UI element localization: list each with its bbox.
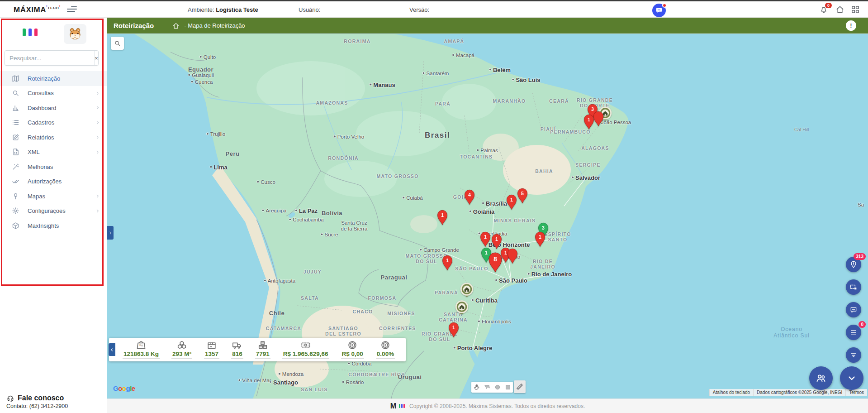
sidebar-item-label: Autorizações bbox=[28, 178, 100, 185]
chevron-right-icon bbox=[95, 149, 100, 155]
sidebar-item[interactable]: Autorizações bbox=[0, 174, 107, 189]
map-fab-column: 313 0 bbox=[846, 257, 861, 363]
svg-text:1: 1 bbox=[588, 117, 590, 122]
chevron-right-icon bbox=[95, 120, 100, 125]
sidebar-item[interactable]: Relatórios bbox=[0, 130, 107, 145]
stat-value: 121863.8 Kg bbox=[123, 350, 160, 359]
version-label: Versão: bbox=[409, 6, 429, 13]
sidebar-item[interactable]: XML bbox=[0, 145, 107, 160]
drawing-tool-button[interactable] bbox=[503, 382, 513, 393]
map-pin[interactable]: 1 bbox=[583, 114, 595, 130]
sidebar-item[interactable]: Consultas bbox=[0, 86, 107, 101]
sidebar-item-label: Dashboard bbox=[28, 105, 95, 111]
ruler-icon bbox=[516, 383, 524, 391]
sidebar-item-label: Roteirização bbox=[28, 75, 100, 82]
alert-button[interactable]: ! bbox=[846, 20, 856, 31]
hamster-icon bbox=[68, 27, 82, 41]
map-pin[interactable]: 1 bbox=[436, 209, 449, 226]
sidebar-item[interactable]: Roteirização bbox=[0, 71, 107, 86]
stat-value: 293 M³ bbox=[171, 350, 192, 359]
coin-icon bbox=[347, 340, 357, 350]
map-pin[interactable]: 1 bbox=[479, 231, 492, 247]
map-fab-button[interactable]: 0 bbox=[846, 325, 861, 340]
google-logo[interactable]: Google bbox=[113, 384, 135, 392]
stat-item: 0.00% bbox=[376, 340, 395, 359]
google-logo-letter: o bbox=[122, 384, 126, 392]
copyright-text: Copyright © 2008-2025. Máxima Sistemas. … bbox=[409, 403, 585, 409]
app-header: máxima'tech' Ambiente: Logística Teste U… bbox=[0, 1, 868, 18]
polygon-icon bbox=[484, 384, 491, 391]
sidebar-item[interactable]: MaxInsights bbox=[0, 218, 107, 233]
support-chat-button[interactable] bbox=[652, 4, 666, 17]
sidebar-item[interactable]: Melhorias bbox=[0, 159, 107, 174]
environment-label: Ambiente: bbox=[188, 6, 214, 13]
circle-icon bbox=[494, 384, 501, 391]
apps-grid-button[interactable] bbox=[850, 5, 860, 15]
breadcrumb-page: - Mapa de Roteirização bbox=[184, 22, 245, 29]
hamster-avatar[interactable] bbox=[64, 24, 86, 44]
map-pin[interactable]: 1 bbox=[506, 194, 518, 210]
breadcrumb-home-icon[interactable] bbox=[172, 22, 180, 29]
truck-icon bbox=[232, 340, 242, 350]
map-pin[interactable]: 8 bbox=[487, 251, 503, 273]
drawing-tool-button[interactable] bbox=[492, 382, 503, 393]
attribution-item[interactable]: Termos bbox=[845, 389, 867, 396]
sidebar-item[interactable]: Dashboard bbox=[0, 101, 107, 115]
attribution-item[interactable]: Dados cartográficos ©2025 Google, INEGI bbox=[753, 389, 845, 396]
stats-collapse-tab[interactable] bbox=[109, 343, 115, 356]
drivers-button[interactable] bbox=[809, 366, 833, 390]
map-search-button[interactable] bbox=[111, 37, 124, 50]
drawing-tool-button[interactable] bbox=[471, 382, 482, 393]
version-field: Versão: bbox=[409, 6, 429, 13]
cubes-icon bbox=[177, 340, 187, 350]
brand-sub: tech bbox=[47, 6, 59, 10]
map-fab-button[interactable] bbox=[846, 279, 861, 295]
svg-text:1: 1 bbox=[484, 234, 487, 240]
sidebar-item-label: Relatórios bbox=[28, 134, 95, 141]
map-attribution: Atalhos do tecladoDados cartográficos ©2… bbox=[709, 389, 867, 396]
breadcrumb-divider bbox=[164, 21, 164, 30]
svg-text:4: 4 bbox=[468, 192, 471, 197]
map-pin[interactable]: 1 bbox=[534, 231, 546, 247]
user-field: Usuário: bbox=[299, 6, 320, 13]
sidebar-item[interactable]: Configurações bbox=[0, 204, 107, 219]
brand-logo: máxima'tech' bbox=[14, 5, 61, 14]
sidebar-item-label: Cadastros bbox=[28, 119, 95, 126]
map-pin[interactable] bbox=[507, 248, 519, 264]
sidebar-item[interactable]: Cadastros bbox=[0, 115, 107, 130]
drawing-tool-button[interactable] bbox=[482, 382, 492, 393]
map-pin[interactable]: 5 bbox=[517, 187, 529, 204]
pin-icon bbox=[12, 192, 19, 200]
main-area: Roteirização - Mapa de Roteirização ! bbox=[107, 18, 868, 413]
sidebar-item[interactable]: Mapas bbox=[0, 189, 107, 204]
hand-icon bbox=[473, 384, 480, 391]
map-pin[interactable]: 1 bbox=[448, 322, 460, 338]
stat-value: 7791 bbox=[255, 350, 270, 359]
sidebar-menu: Roteirização Consultas Dashboard Cadastr… bbox=[0, 71, 107, 233]
svg-text:1: 1 bbox=[539, 234, 541, 240]
measure-tool-button[interactable] bbox=[514, 380, 526, 393]
collapse-panel-button[interactable] bbox=[840, 366, 863, 390]
attribution-item[interactable]: Atalhos do teclado bbox=[709, 389, 753, 396]
map-pin[interactable]: 1 bbox=[441, 255, 454, 271]
square-icon bbox=[504, 384, 512, 391]
svg-text:1: 1 bbox=[446, 258, 449, 263]
depot-marker[interactable] bbox=[454, 299, 470, 317]
map-fab-button[interactable] bbox=[846, 302, 861, 317]
pallet-icon bbox=[258, 340, 268, 350]
stat-item: 293 M³ bbox=[171, 340, 192, 359]
notifications-button[interactable]: 0 bbox=[819, 5, 829, 15]
home-button[interactable] bbox=[835, 5, 845, 15]
search-input[interactable] bbox=[5, 51, 94, 65]
map-fab-button[interactable] bbox=[846, 347, 861, 363]
map-pin[interactable]: 4 bbox=[464, 189, 476, 205]
map-fab-button[interactable]: 313 bbox=[846, 257, 861, 272]
headset-icon bbox=[6, 394, 14, 402]
report-icon bbox=[12, 134, 19, 141]
panel-expand-tab[interactable] bbox=[107, 226, 114, 240]
search-clear-button[interactable]: × bbox=[94, 51, 98, 65]
map-canvas[interactable]: QuitoEquadorGuaiaquilCuencaRORAIMAAMAPÁM… bbox=[107, 34, 868, 399]
hamburger-menu-icon[interactable] bbox=[67, 6, 77, 13]
selection-rect-icon bbox=[849, 283, 858, 291]
depot-marker[interactable] bbox=[459, 282, 474, 300]
